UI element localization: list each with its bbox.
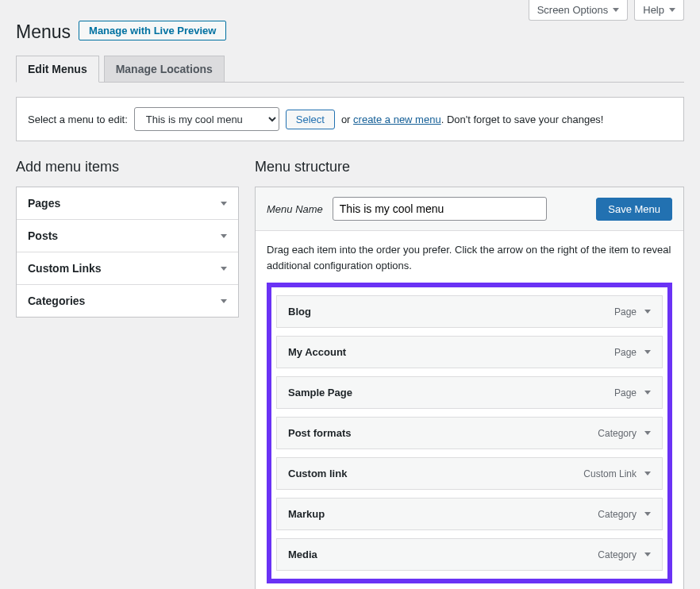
menu-select[interactable]: This is my cool menu	[134, 107, 279, 131]
chevron-down-icon	[644, 552, 651, 556]
menu-item-type: Category	[598, 509, 637, 520]
menu-item-title: Blog	[288, 306, 614, 318]
menu-name-input[interactable]	[333, 197, 547, 221]
menu-name-label: Menu Name	[267, 203, 323, 215]
accordion-label: Categories	[28, 294, 85, 307]
chevron-down-icon	[613, 8, 619, 12]
menu-item-title: Media	[288, 549, 598, 560]
chevron-down-icon	[221, 234, 227, 238]
tabs: Edit Menus Manage Locations	[16, 56, 684, 83]
menu-item-title: Custom link	[288, 468, 583, 479]
chevron-down-icon	[644, 512, 651, 516]
menu-item-type: Category	[598, 428, 637, 439]
instructions-text: Drag each item into the order you prefer…	[267, 242, 672, 273]
menu-item-type: Page	[614, 387, 637, 398]
menu-item[interactable]: Custom linkCustom Link	[276, 457, 663, 490]
menu-item-title: Markup	[288, 508, 598, 520]
menu-item[interactable]: Post formatsCategory	[276, 417, 663, 449]
create-menu-link[interactable]: create a new menu	[353, 114, 441, 125]
accordion-section[interactable]: Categories	[17, 285, 238, 317]
chevron-down-icon	[221, 299, 227, 303]
screen-options-label: Screen Options	[537, 4, 609, 16]
tab-edit-menus[interactable]: Edit Menus	[16, 56, 99, 83]
tab-manage-locations[interactable]: Manage Locations	[104, 56, 225, 82]
help-button[interactable]: Help	[634, 0, 684, 21]
structure-heading: Menu structure	[255, 159, 684, 175]
highlighted-menu-items: BlogPageMy AccountPageSample PagePagePos…	[267, 283, 672, 583]
menu-item-title: Post formats	[288, 427, 598, 439]
menu-item-type: Custom Link	[583, 468, 637, 479]
menu-item-title: My Account	[288, 346, 614, 358]
menu-item[interactable]: MediaCategory	[276, 538, 663, 571]
screen-options-button[interactable]: Screen Options	[529, 0, 629, 21]
page-title: Menus	[16, 14, 71, 46]
or-text: or	[341, 114, 351, 125]
live-preview-button[interactable]: Manage with Live Preview	[79, 21, 226, 40]
select-button[interactable]: Select	[286, 110, 335, 129]
accordion-label: Custom Links	[28, 262, 102, 275]
chevron-down-icon	[644, 472, 651, 475]
menu-item[interactable]: MarkupCategory	[276, 498, 663, 530]
add-items-accordion: PagesPostsCustom LinksCategories	[16, 187, 239, 318]
menu-item-type: Category	[598, 549, 637, 560]
chevron-down-icon	[644, 431, 651, 435]
remainder-text: . Don't forget to save your changes!	[441, 114, 604, 125]
menu-item[interactable]: My AccountPage	[276, 336, 663, 368]
chevron-down-icon	[644, 310, 651, 314]
chevron-down-icon	[644, 350, 651, 354]
menu-header: Menu Name Save Menu	[256, 187, 683, 231]
chevron-down-icon	[644, 391, 651, 395]
select-menu-label: Select a menu to edit:	[28, 114, 128, 125]
accordion-label: Posts	[28, 229, 58, 242]
save-menu-button[interactable]: Save Menu	[596, 198, 672, 221]
menu-item-title: Sample Page	[288, 387, 614, 398]
accordion-section[interactable]: Posts	[17, 220, 238, 252]
accordion-section[interactable]: Pages	[17, 187, 238, 220]
menu-item[interactable]: Sample PagePage	[276, 376, 663, 409]
menu-item[interactable]: BlogPage	[276, 295, 663, 328]
chevron-down-icon	[221, 202, 227, 206]
accordion-label: Pages	[28, 197, 60, 210]
menu-editor: Menu Name Save Menu Drag each item into …	[255, 187, 684, 589]
manage-menus-bar: Select a menu to edit: This is my cool m…	[16, 97, 684, 141]
add-items-heading: Add menu items	[16, 159, 239, 175]
menu-item-type: Page	[614, 306, 637, 318]
menu-item-type: Page	[614, 347, 637, 358]
chevron-down-icon	[221, 267, 227, 271]
chevron-down-icon	[669, 8, 675, 12]
help-label: Help	[643, 4, 664, 16]
accordion-section[interactable]: Custom Links	[17, 252, 238, 285]
